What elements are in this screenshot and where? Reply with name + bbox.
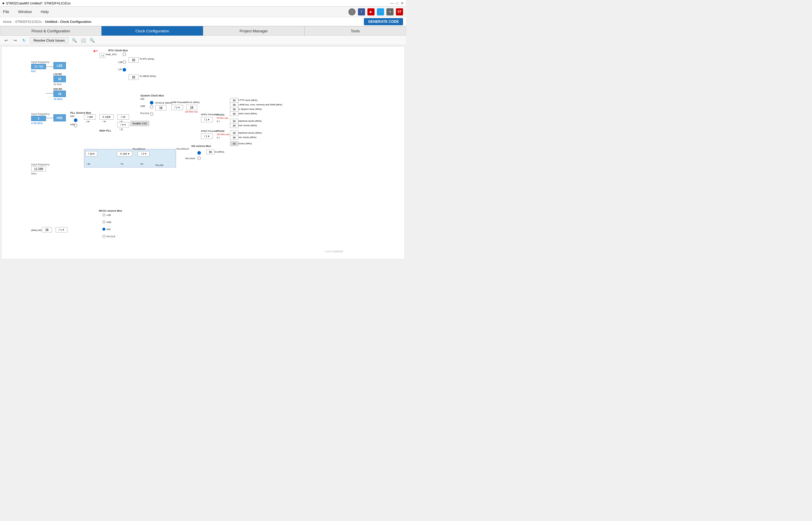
to-iwdg-val[interactable]: 32 <box>129 74 139 80</box>
breadcrumb: Home › STM32F411CEUx › Untitled - Clock … <box>0 17 406 26</box>
main-pll-label: Main PLL <box>99 129 111 132</box>
i2s-sel-ext[interactable] <box>198 156 201 160</box>
sys-sel-hsi[interactable] <box>150 101 154 105</box>
pll-sel-hse[interactable] <box>74 124 77 127</box>
mco1-opt-lse: LSE <box>102 213 115 217</box>
apb2-x1: X 1 <box>217 137 220 139</box>
sys-sel-hse[interactable] <box>150 105 154 109</box>
enable-css-btn[interactable]: Enable CSS <box>130 121 149 126</box>
mco1-options: LSE HSE HSI PLLCLK <box>102 213 115 238</box>
icon-fb[interactable]: f <box>358 8 365 16</box>
mco1-val[interactable]: 16 <box>42 227 52 232</box>
out-ethernet: 16 Ethernet PTP clock (MHz) <box>230 99 282 101</box>
nav-window[interactable]: Window <box>18 9 32 14</box>
div-q-select[interactable]: / 4 ▾ <box>117 122 129 127</box>
pll-sel-hsi[interactable] <box>74 118 77 122</box>
navbar: File Window Help i f ▶ 🐦 ✦ ST <box>0 6 406 17</box>
to-rtc-val[interactable]: 32 <box>129 57 139 63</box>
icon-yt[interactable]: ▶ <box>367 8 374 16</box>
input-freq-mid-val[interactable]: 8 <box>31 116 46 121</box>
ahb-div-select[interactable]: / 1 ▾ <box>171 105 183 110</box>
hse-box[interactable]: HSE <box>53 114 66 121</box>
lse-box[interactable]: LSE <box>53 62 66 69</box>
breadcrumb-home[interactable]: Home <box>3 20 11 23</box>
hsi-box[interactable]: 16 <box>53 91 66 97</box>
mco1-lse-label: LSE <box>107 214 111 217</box>
rtc-sel-hse[interactable] <box>122 52 126 56</box>
i2s-val[interactable]: 96 <box>206 150 214 154</box>
sys-clk-mux-label: System Clock Mux <box>140 94 164 97</box>
out-apb2-periph: 16 APB2 peripheral clocks (MHz) <box>230 132 282 134</box>
input-freq-top-val[interactable]: 32.768 <box>31 64 46 69</box>
input-freq-top-unit: kHz <box>31 70 36 73</box>
maximize-btn[interactable]: □ <box>396 1 398 5</box>
tab-bar: Pinout & Configuration Clock Configurati… <box>0 26 406 36</box>
diagram-container[interactable]: ↙ RTC Clock Mux / 2 HSE_RTC LSE LSI 32 T… <box>1 46 405 259</box>
watermark: CSDN ©软狗同学 <box>325 250 343 253</box>
i2s-div-r-select[interactable]: / 2 ▾ <box>138 151 149 156</box>
sep2: › <box>43 20 44 23</box>
icon-st[interactable]: ST <box>396 8 403 16</box>
tab-pinout[interactable]: Pinout & Configuration <box>0 26 101 36</box>
apb2-div-select[interactable]: / 1 ▾ <box>201 134 213 139</box>
div-q-label: / Q <box>120 128 123 131</box>
tab-project[interactable]: Project Manager <box>203 26 304 36</box>
div-m-select[interactable]: / 16▾ <box>84 114 96 120</box>
sys-sel-pll[interactable] <box>150 112 154 116</box>
fit-icon[interactable]: ⬜ <box>80 37 86 44</box>
generate-code-button[interactable]: GENERATE CODE <box>364 18 403 25</box>
div-p-select[interactable]: / 2▾ <box>117 114 129 120</box>
input-freq-bot-unit: MHz <box>31 172 37 175</box>
mult-n-select[interactable]: X 192▾ <box>99 114 114 120</box>
ahb-pre-label: AHB Prescaler <box>171 101 187 104</box>
mco1-mux-label: MCO1 source Mux <box>99 209 122 212</box>
apb1-div-select[interactable]: / 1 ▾ <box>201 117 213 122</box>
nav-help[interactable]: Help <box>41 9 49 14</box>
hsi-sys-label: HSI <box>140 98 144 100</box>
zoom-out-icon[interactable]: 🔍 <box>89 37 95 44</box>
refresh-icon[interactable]: ↻ <box>21 37 27 44</box>
hclk-max: 100 MHz max <box>185 111 198 113</box>
pclk2-max: 100 MHz max <box>217 133 229 135</box>
zoom-in-icon[interactable]: 🔍 <box>71 37 77 44</box>
hsi-unit: 16 MHz <box>53 98 63 100</box>
out-apb1-periph: 16 APB1 peripheral clocks (MHz) <box>230 120 282 122</box>
hsi-pll-label: HSI <box>70 115 74 117</box>
hse-rtc-div: / 2 <box>99 53 106 58</box>
input-freq-bot-val[interactable]: 12.288 <box>31 166 46 172</box>
rtc-sel-lse[interactable] <box>122 60 126 64</box>
i2s-mult-n-select[interactable]: X 192 ▾ <box>117 151 132 156</box>
input-freq-mid-label: Input frequency <box>31 113 50 115</box>
pclk1-max: 50 MHz max <box>217 117 228 119</box>
close-btn[interactable]: ✕ <box>401 1 403 5</box>
hse-sys-label: HSE <box>140 105 145 108</box>
out-apb1-timer: 16 APB1 Timer clocks (MHz) <box>230 124 282 127</box>
hclk-val[interactable]: 16 <box>186 105 198 110</box>
title-text: STM32CubeMX Untitled*: STM32F411CEUx <box>6 1 71 5</box>
pclk2-label: PCLK2 <box>217 130 224 132</box>
out-cortex-timer: 16 To Cortex System timer (MHz) <box>230 108 282 110</box>
icon-share[interactable]: ✦ <box>387 8 394 16</box>
nav-file[interactable]: File <box>3 9 9 14</box>
minimize-btn[interactable]: — <box>390 1 394 5</box>
hclk-label: HCLK (MHz) <box>186 101 200 104</box>
sysclk-val[interactable]: 16 <box>155 105 166 110</box>
i2s-pll-section: / 16 ▾ / M X 192 ▾ * N / 2 ▾ / R PLLI2S <box>84 149 176 167</box>
icon-tw[interactable]: 🐦 <box>377 8 384 16</box>
lsi-box[interactable]: 32 <box>53 76 66 82</box>
input-freq-bot-label: Input frequency <box>31 163 50 166</box>
tab-tools[interactable]: Tools <box>304 26 406 36</box>
tab-clock[interactable]: Clock Configuration <box>101 26 203 36</box>
redo-icon[interactable]: ↪ <box>12 37 18 44</box>
out-hclk: 16 HCLK to AHB bus, core, memory and DMA… <box>230 103 282 106</box>
icon-1[interactable]: i <box>348 8 355 16</box>
i2s-mult-n-label: * N <box>120 163 123 165</box>
i2s-div-m-select[interactable]: / 16 ▾ <box>86 151 97 156</box>
i2s-sel-pll[interactable] <box>198 151 201 155</box>
mco1-div-select[interactable]: / 1 ▾ <box>55 227 67 232</box>
breadcrumb-chip[interactable]: STM32F411CEUx <box>15 20 42 23</box>
rtc-sel-lsi[interactable] <box>122 68 126 71</box>
resolve-clock-issues-button[interactable]: Resolve Clock Issues <box>30 38 69 43</box>
breadcrumb-page[interactable]: Untitled - Clock Configuration <box>45 20 91 23</box>
undo-icon[interactable]: ↩ <box>3 37 9 44</box>
